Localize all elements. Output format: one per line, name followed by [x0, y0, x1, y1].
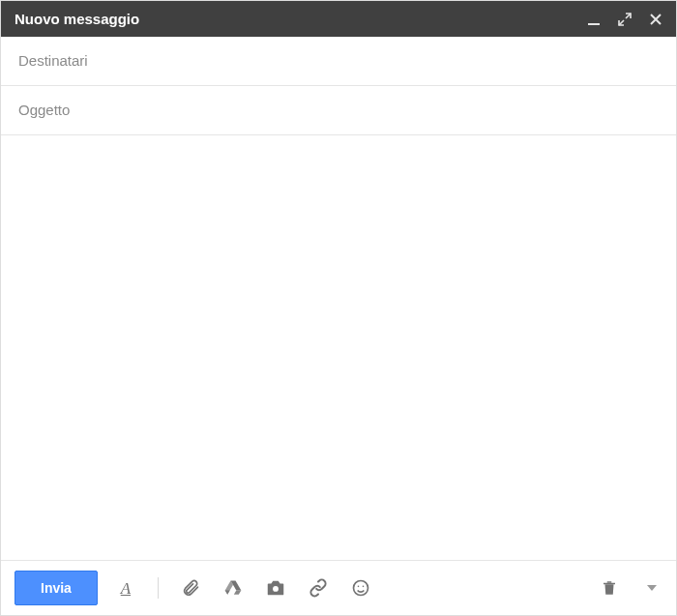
window-controls: [587, 13, 662, 26]
expand-icon[interactable]: [618, 13, 632, 26]
emoji-icon[interactable]: [350, 577, 371, 599]
format-text-icon[interactable]: A: [115, 577, 136, 599]
drive-icon[interactable]: [222, 577, 244, 599]
subject-row: [1, 86, 676, 135]
recipients-input[interactable]: [18, 52, 659, 69]
trash-icon[interactable]: [599, 577, 620, 599]
svg-point-1: [273, 586, 279, 592]
toolbar-icons-left: A: [115, 577, 371, 599]
body-area: [1, 135, 676, 560]
svg-rect-0: [588, 23, 600, 25]
svg-point-2: [353, 581, 368, 596]
camera-icon[interactable]: [265, 577, 286, 599]
recipients-row: [1, 37, 676, 86]
compose-header: Nuovo messaggio: [1, 1, 676, 37]
compose-toolbar: Invia A: [1, 560, 676, 615]
attach-icon[interactable]: [180, 577, 201, 599]
send-button[interactable]: Invia: [15, 571, 98, 605]
body-textarea[interactable]: [1, 135, 676, 560]
close-icon[interactable]: [649, 13, 662, 26]
svg-point-3: [358, 586, 360, 588]
toolbar-divider: [158, 577, 159, 599]
compose-title: Nuovo messaggio: [15, 11, 139, 27]
subject-input[interactable]: [18, 102, 659, 118]
more-options-icon[interactable]: [641, 577, 662, 599]
toolbar-icons-right: [599, 577, 662, 599]
compose-window: Nuovo messaggio Invia: [0, 0, 677, 616]
svg-point-4: [363, 586, 365, 588]
minimize-icon[interactable]: [587, 13, 601, 26]
link-icon[interactable]: [308, 577, 329, 599]
